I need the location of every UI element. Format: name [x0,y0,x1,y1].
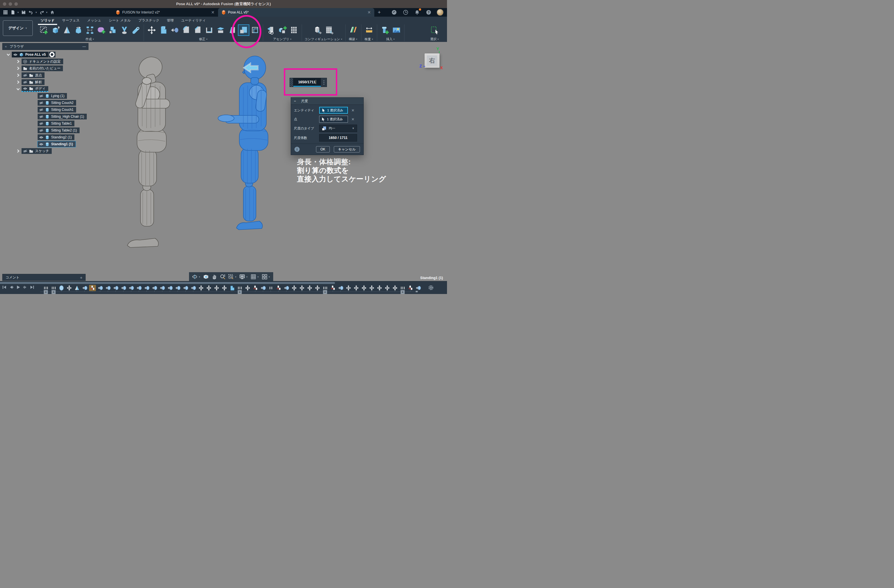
timeline-op-offset[interactable] [112,285,119,291]
timeline-op-offset[interactable] [128,285,135,291]
expand-group-button[interactable]: + [44,290,48,294]
grid-display-icon[interactable]: ▼ [251,274,259,280]
timeline-op-move[interactable] [198,285,205,291]
zoom-window-icon[interactable]: ▼ [228,274,237,280]
measure-icon[interactable] [364,25,375,35]
timeline-op-move[interactable] [361,285,367,291]
eye-icon[interactable] [39,142,43,146]
chevron-right-icon[interactable] [16,59,20,63]
split-body-icon[interactable] [216,25,226,35]
tree-item-名前の付いたビュー[interactable]: 名前の付いたビュー [21,65,63,71]
insert-image-icon[interactable] [391,25,402,35]
eye-icon[interactable] [23,86,27,91]
timeline-op-copy[interactable] [89,285,96,291]
eye-off-icon[interactable] [39,128,43,133]
eye-icon[interactable] [39,135,43,140]
chamfer-icon[interactable] [192,25,203,35]
timeline-op-move[interactable] [66,285,72,291]
revolve-icon[interactable] [73,25,84,35]
timeline-op-offset[interactable] [337,285,344,291]
timeline-op-move[interactable] [306,285,313,291]
app-grid-icon[interactable] [2,9,9,16]
timeline-op-copy[interactable] [329,285,337,291]
blue-figure-standing1-selected[interactable] [218,56,268,230]
shell-icon[interactable] [204,25,214,35]
tree-item-スケッチ[interactable]: スケッチ [21,148,52,154]
insert-fastener-icon[interactable] [380,25,390,35]
scale-factor-input[interactable]: 1650 / 1711 [319,134,357,142]
timeline-op-copy[interactable] [252,285,259,291]
activate-radio-button[interactable] [48,52,56,57]
fillet-icon[interactable] [181,25,191,35]
scale-type-dropdown[interactable]: 均一 ▼ [319,125,357,132]
create-form-icon[interactable] [96,25,107,35]
collapse-panel-icon[interactable]: « [5,45,7,48]
file-icon[interactable] [10,9,16,16]
timeline-op-move[interactable] [314,285,321,291]
close-icon[interactable]: ✕ [211,11,214,14]
timeline-op-move[interactable] [213,285,220,291]
tree-item-Sitting Couch1[interactable]: Sitting Couch1 [38,107,76,113]
combine-icon[interactable] [158,25,168,35]
construct-plane-icon[interactable] [348,25,358,35]
job-status-icon[interactable] [402,9,409,16]
expand-group-button[interactable]: + [237,290,242,294]
chevron-right-icon[interactable] [16,149,20,153]
timeline-op-offset[interactable] [167,285,174,291]
display-settings-icon[interactable]: ▼ [239,274,248,280]
redo-icon[interactable] [38,9,45,16]
timeline-op-offset[interactable] [415,285,422,291]
configuration-icon[interactable] [313,25,323,35]
ribbon-group-label[interactable]: アセンブリ▼ [273,37,291,41]
timeline-settings-gear-icon[interactable] [428,285,434,291]
point-selection-button[interactable]: 1 選択済み [319,116,348,123]
eye-icon[interactable] [13,53,18,57]
timeline-op-move[interactable] [345,285,352,291]
info-icon[interactable]: i [294,147,300,152]
tree-item-Lying (1)[interactable]: Lying (1) [38,93,67,99]
timeline-op-move[interactable] [244,285,251,291]
tree-item-解析[interactable]: 解析 [21,79,45,85]
timeline-op-offset[interactable] [174,285,181,291]
tree-item-Pose ALL v5[interactable]: Pose ALL v5 [12,52,48,57]
collapse-dialog-icon[interactable]: − [294,99,296,103]
workspace-switcher[interactable]: デザイン ▼ [3,20,33,36]
press-pull-icon[interactable] [169,25,180,35]
eye-off-icon[interactable] [39,101,43,105]
ribbon-tab-管理[interactable]: 管理 [163,18,178,25]
timeline-op-move[interactable] [376,285,383,291]
timeline-op-move[interactable] [299,285,305,291]
save-icon[interactable] [20,9,27,16]
ribbon-group-label[interactable]: 修正▼ [199,37,208,41]
scale-direction-arrow-manipulator[interactable] [244,63,258,72]
clear-point-selection-icon[interactable]: ✕ [351,117,355,121]
close-window-button[interactable] [3,2,6,6]
timeline-op-offset[interactable] [283,285,290,291]
pattern-icon[interactable] [85,25,95,35]
timeline-op-offset[interactable] [143,285,150,291]
chevron-right-icon[interactable] [16,66,20,70]
ok-button[interactable]: OK [316,146,329,152]
document-tab[interactable]: FUISON for Interior2 v2*✕ [112,8,218,17]
eye-off-icon[interactable] [39,121,43,126]
pipe-icon[interactable] [131,25,141,35]
chevron-right-icon[interactable] [16,73,20,77]
pan-icon[interactable] [211,274,217,280]
timeline-op-offset[interactable] [260,285,267,291]
emboss-icon[interactable] [119,25,130,35]
new-component-icon[interactable] [277,25,288,35]
ribbon-tab-シート メタル[interactable]: シート メタル [105,18,134,25]
ribbon-tab-メッシュ[interactable]: メッシュ [83,18,105,25]
tree-item-Sitting Couch2[interactable]: Sitting Couch2 [38,100,76,106]
chevron-right-icon[interactable] [16,80,20,84]
document-tab[interactable]: Pose ALL v5*✕ [218,8,375,17]
expand-group-button[interactable]: + [400,290,405,294]
expand-group-button[interactable]: + [51,290,56,294]
eye-off-icon[interactable] [23,73,27,77]
zoom-icon[interactable] [220,274,225,280]
tree-item-原点[interactable]: 原点 [21,72,45,78]
eye-off-icon[interactable] [39,115,43,119]
timeline-position-marker[interactable] [416,291,418,292]
loft-icon[interactable] [62,25,72,35]
entity-selection-button[interactable]: 1 選択済み [319,107,348,114]
